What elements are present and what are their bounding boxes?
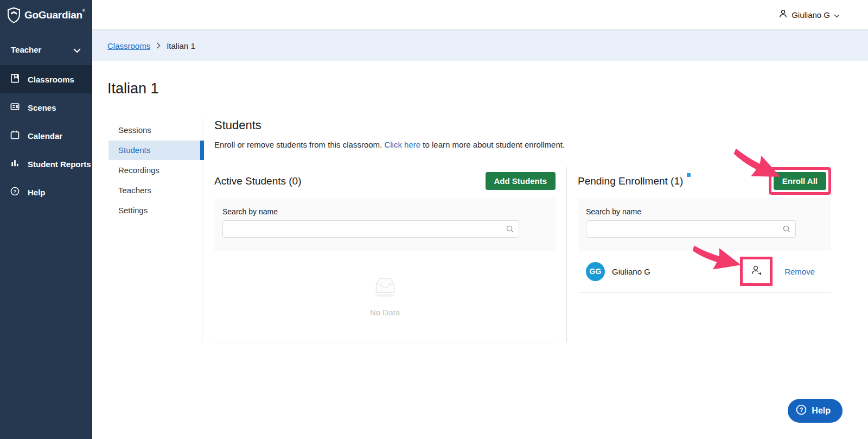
pending-enrollment-column: Pending Enrollment (1) Enroll All Search… (578, 167, 831, 342)
classrooms-icon (10, 74, 20, 85)
breadcrumb-link-classrooms[interactable]: Classrooms (107, 41, 150, 50)
empty-state: No Data (214, 251, 556, 342)
sidebar-item-label: Scenes (28, 103, 56, 112)
breadcrumb-current: Italian 1 (167, 41, 195, 50)
main-area: Giuliano G Classrooms Italian 1 Italian … (92, 0, 868, 439)
breadcrumb: Classrooms Italian 1 (92, 30, 868, 61)
user-name: Giuliano G (792, 10, 830, 20)
students-panel: Students Enroll or remove students from … (202, 118, 868, 342)
bar-chart-icon (10, 158, 20, 169)
active-students-search-input[interactable] (222, 220, 519, 238)
search-label: Search by name (222, 207, 547, 216)
chevron-down-icon (73, 45, 81, 54)
svg-text:?: ? (800, 406, 803, 413)
sidebar-item-label: Calendar (28, 131, 62, 141)
tab-sessions[interactable]: Sessions (108, 120, 202, 140)
svg-text:?: ? (14, 188, 17, 194)
pending-enrollment-heading: Pending Enrollment (1) (578, 175, 683, 187)
new-indicator-dot (687, 173, 691, 177)
pending-student-row: GG Giuliano G Re (578, 251, 831, 293)
calendar-icon (10, 130, 20, 141)
remove-link[interactable]: Remove (784, 267, 815, 276)
page-title: Italian 1 (107, 80, 868, 97)
enroll-all-button[interactable]: Enroll All (774, 172, 826, 190)
click-here-link[interactable]: Click here (384, 140, 420, 149)
chevron-down-icon (834, 10, 840, 20)
question-circle-icon: ? (796, 404, 807, 417)
sidebar-nav: Classrooms Scenes Calendar (0, 65, 92, 206)
sidebar-item-student-reports[interactable]: Student Reports (0, 150, 92, 178)
person-enroll-icon[interactable] (750, 264, 763, 279)
tab-settings[interactable]: Settings (108, 201, 202, 220)
active-students-search-panel: Search by name (214, 198, 556, 251)
pending-search-panel: Search by name (578, 198, 831, 251)
chevron-right-icon (156, 41, 161, 50)
person-icon (778, 9, 788, 20)
sidebar-item-help[interactable]: ? Help (0, 178, 92, 206)
role-label: Teacher (11, 45, 41, 54)
brand-name: GoGuardian® (24, 7, 85, 23)
active-students-heading: Active Students (0) (214, 175, 302, 187)
search-label: Search by name (586, 207, 823, 216)
empty-state-text: No Data (214, 308, 556, 317)
tab-students[interactable]: Students (108, 141, 202, 160)
search-icon (506, 225, 514, 236)
topbar: Giuliano G (92, 0, 868, 30)
help-circle-icon: ? (10, 187, 20, 198)
sidebar-item-calendar[interactable]: Calendar (0, 122, 92, 150)
shield-logo-icon (7, 7, 21, 26)
user-menu[interactable]: Giuliano G (778, 9, 840, 20)
role-switcher[interactable]: Teacher (0, 40, 92, 61)
trademark: ® (82, 9, 85, 12)
section-description: Enroll or remove students from this clas… (214, 140, 868, 149)
sidebar-item-classrooms[interactable]: Classrooms (0, 65, 92, 93)
pending-search-input[interactable] (586, 220, 796, 238)
avatar: GG (586, 262, 605, 281)
sidebar-item-label: Student Reports (28, 160, 91, 169)
tab-recordings[interactable]: Recordings (108, 161, 202, 180)
help-fab-button[interactable]: ? Help (788, 399, 843, 423)
active-students-column: Active Students (0) Add Students Search … (214, 167, 556, 342)
scenes-icon (10, 102, 20, 113)
help-fab-label: Help (812, 406, 831, 416)
tab-list: Sessions Students Recordings Teachers Se… (108, 118, 202, 342)
enroll-all-highlight-box: Enroll All (769, 167, 831, 195)
student-name: Giuliano G (612, 267, 650, 276)
empty-inbox-icon (370, 291, 400, 301)
sidebar-item-label: Classrooms (28, 75, 74, 84)
description-text: to learn more about student enrollment. (420, 140, 565, 149)
search-icon (782, 225, 791, 236)
sidebar-item-scenes[interactable]: Scenes (0, 93, 92, 122)
section-heading: Students (214, 118, 868, 132)
enroll-student-highlight-box (740, 257, 773, 286)
sidebar-item-label: Help (28, 188, 46, 197)
column-divider (566, 167, 567, 342)
description-text: Enroll or remove students from this clas… (214, 140, 384, 149)
add-students-button[interactable]: Add Students (486, 172, 556, 190)
tab-teachers[interactable]: Teachers (108, 181, 202, 200)
brand-logo: GoGuardian® (0, 0, 92, 26)
sidebar: GoGuardian® Teacher Classrooms (0, 0, 92, 439)
